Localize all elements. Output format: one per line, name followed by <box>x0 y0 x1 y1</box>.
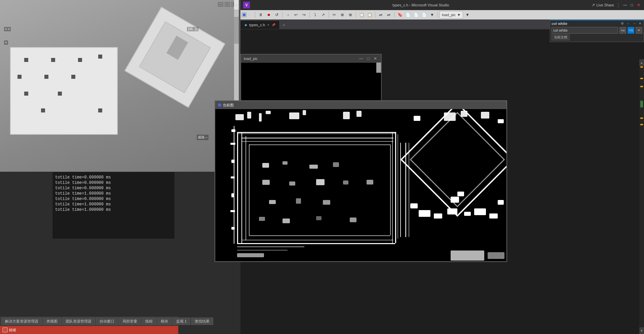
console-line-3: totile time=1.000000 ms <box>55 191 172 196</box>
left-maximize-btn[interactable]: □ <box>225 2 230 7</box>
scroll-thumb[interactable] <box>234 17 239 44</box>
left-minimize-btn[interactable]: — <box>218 2 223 7</box>
find-close-btn[interactable]: ✕ <box>638 21 642 26</box>
find-arrow-next-btn[interactable]: → <box>632 21 637 26</box>
console-line-6: totile time=1.000000 ms <box>55 207 172 212</box>
toolbar-btn-d[interactable]: ⊕ <box>339 11 346 19</box>
tab-solution-explorer[interactable]: 解决方案资源管理器 <box>1 318 42 325</box>
img-overlay-2: + <box>4 40 8 45</box>
find-bar-accent <box>550 20 644 21</box>
tab-team-explorer[interactable]: 团队资源管理器 <box>62 318 95 325</box>
popup-scrollbar[interactable] <box>376 63 381 73</box>
scroll-up-btn[interactable]: ▲ <box>639 59 644 66</box>
popup-minimize-btn[interactable]: — <box>358 56 365 61</box>
toolbar-sep-7 <box>394 12 394 18</box>
toolbar-restart-btn[interactable]: ↺ <box>273 11 280 19</box>
find-label: col white <box>552 22 567 26</box>
scroll-mark-1 <box>640 66 643 68</box>
tab-threads[interactable]: 线程 <box>142 318 156 325</box>
toolbar-step-out-btn[interactable]: ↪ <box>300 11 308 19</box>
toolbar-dropdown-area: ▼ <box>242 12 252 17</box>
console-line-4: totile time=0.000000 ms <box>55 196 172 202</box>
cur-img-icon <box>218 103 221 107</box>
toolbar-btn-c[interactable]: ✂ <box>331 11 338 19</box>
live-share-btn[interactable]: ↗ Live Share <box>592 3 614 7</box>
find-match-case-btn[interactable]: Aa <box>619 27 626 34</box>
img-overlay-1: + + <box>4 27 11 31</box>
toolbar-btn-g[interactable]: 📋 <box>366 11 373 19</box>
white-rect <box>10 47 118 135</box>
popup-close-btn[interactable]: ✕ <box>372 56 378 61</box>
toolbar-btn-l[interactable]: 📄 <box>412 11 420 19</box>
tab-label: types_c.h <box>249 23 265 27</box>
toolbar-btn-e[interactable]: ⊗ <box>347 11 354 19</box>
vs-minimize-btn[interactable]: — <box>622 2 628 8</box>
find-whole-word-btn[interactable]: Ab| <box>628 27 634 34</box>
toolbar-sep-3 <box>309 12 310 18</box>
toolbar-btn-i[interactable]: ⇌ <box>385 11 392 19</box>
popup-maximize-btn[interactable]: □ <box>366 56 371 61</box>
toolbar-btn-j[interactable]: 🔖 <box>396 11 404 19</box>
find-search-input[interactable] <box>552 27 618 34</box>
toolbar-btn-b[interactable]: ↗ <box>319 11 327 19</box>
tab-modules[interactable]: 模块 <box>157 318 172 325</box>
tab-locals[interactable]: 局部变量 <box>119 318 141 325</box>
popup-titlebar: load_pic — □ ✕ <box>241 55 381 63</box>
vs-maximize-btn[interactable]: □ <box>629 2 635 8</box>
console-line-1: totile time=0.000000 ms <box>55 180 172 186</box>
toolbar-icon-2: ▼ <box>247 12 252 17</box>
scroll-up-btn[interactable]: ▲ <box>234 0 239 10</box>
toolbar-sep-1 <box>255 12 255 18</box>
tab-pin-icon: 📌 <box>272 23 275 27</box>
find-scope-btn[interactable]: 当前文档 <box>552 34 570 40</box>
vs-editor-scrollbar[interactable]: ▲ ▼ <box>639 59 644 334</box>
tab-watch[interactable]: 监视 1 <box>173 318 190 325</box>
toolbar-btn-m[interactable]: 📄 <box>420 11 428 19</box>
vs-close-btn[interactable]: ✕ <box>636 2 641 8</box>
toolbar-btn-a[interactable]: ⤵ <box>311 11 319 19</box>
status-text: 就绪 <box>9 328 16 333</box>
vs-tab-types-c[interactable]: ◉ types_c.h ✕ 📌 <box>240 21 280 29</box>
toolbar-step-over-btn[interactable]: → <box>284 11 292 19</box>
tab-icon: ◉ <box>244 23 247 27</box>
load-pic-dropdown[interactable]: load_pic ▼ <box>440 11 463 19</box>
tab-auto-window[interactable]: 自动窗口 <box>96 318 118 325</box>
toolbar-stop-btn[interactable]: ■ <box>265 11 272 19</box>
find-arrow-prev-btn[interactable]: ← <box>626 21 631 26</box>
vs-titlebar-left: V <box>243 2 250 8</box>
toolbar-btn-n[interactable]: ▼ <box>428 11 436 19</box>
find-bar: col white ⚙ ← → ✕ Aa Ab| ✦ 当前文档 <box>550 20 644 42</box>
img-overlay-3: [46. 2] <box>187 27 198 31</box>
bottom-tabs: 解决方案资源管理器 类视图 团队资源管理器 自动窗口 局部变量 线程 模块 监视… <box>0 316 178 326</box>
find-settings-btn[interactable]: ⚙ <box>620 21 625 26</box>
toolbar-sep-8 <box>438 12 438 18</box>
img-overlay-4: 成就 ‐‐ <box>197 135 209 140</box>
tab-add-btn[interactable]: + <box>280 21 288 29</box>
console-line-0: totile time=0.000000 ms <box>55 175 172 180</box>
vs-titlebar: V types_c.h - Microsoft Visual Studio ↗ … <box>240 0 644 10</box>
toolbar-sep-6 <box>375 12 375 18</box>
toolbar-expand-btn[interactable]: ▼ <box>464 11 471 19</box>
tab-close-btn[interactable]: ✕ <box>267 23 270 27</box>
find-scope-row: 当前文档 <box>552 34 642 40</box>
toolbar-sep-5 <box>356 12 356 18</box>
vs-icon: V <box>243 2 250 8</box>
tab-find-results[interactable]: 查找结果 <box>191 318 213 325</box>
toolbar-step-into-btn[interactable]: ↩ <box>292 11 300 19</box>
tab-class-view[interactable]: 类视图 <box>43 318 61 325</box>
console-line-2: totile time=0.000000 ms <box>55 186 172 191</box>
scroll-mark-3 <box>640 86 643 87</box>
find-regex-btn[interactable]: ✦ <box>636 27 642 34</box>
cur-img-content <box>215 109 506 261</box>
popup-scroll-thumb[interactable] <box>376 63 381 73</box>
toolbar-btn-k[interactable]: 📄 <box>404 11 412 19</box>
scroll-down-btn[interactable]: ▼ <box>639 327 644 334</box>
left-image-panel: + + + [46. 2] 成就 ‐‐ — □ ✕ ▲ ▼ <box>0 0 239 172</box>
toolbar-pause-btn[interactable]: ⏸ <box>257 11 264 19</box>
status-bar: □ 就绪 <box>0 326 178 334</box>
toolbar-btn-f[interactable]: 📋 <box>358 11 365 19</box>
toolbar-btn-h[interactable]: ⇌ <box>377 11 384 19</box>
console-line-5: totile time=1.000000 ms <box>55 202 172 207</box>
scroll-mark-2 <box>640 78 643 79</box>
find-title-row: col white ⚙ ← → ✕ <box>552 21 642 26</box>
